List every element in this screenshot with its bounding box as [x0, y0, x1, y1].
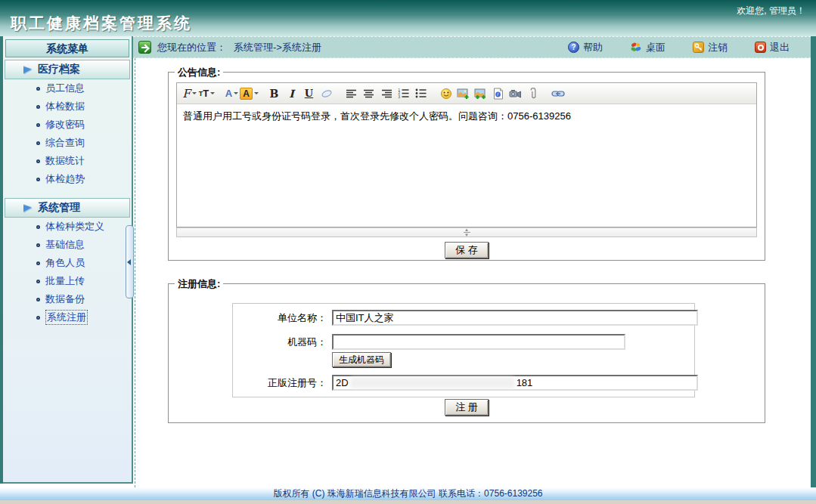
bullet-icon	[36, 298, 40, 301]
align-left-button[interactable]	[343, 85, 359, 101]
breadcrumb-label: 您现在的位置：	[157, 41, 226, 54]
align-center-button[interactable]	[361, 85, 377, 101]
align-right-icon	[381, 89, 392, 98]
location-arrow-icon	[138, 41, 151, 54]
align-right-button[interactable]	[378, 85, 394, 101]
sidebar-item-data-backup[interactable]: 数据备份	[3, 290, 132, 308]
machine-code-label: 机器码：	[236, 334, 327, 350]
sidebar-item-label: 批量上传	[45, 274, 85, 288]
notice-legend: 公告信息:	[175, 66, 223, 79]
sidebar-group-label: 医疗档案	[38, 63, 80, 76]
register-button[interactable]: 注 册	[445, 399, 489, 416]
serial-number-input[interactable]: 2D 181	[332, 375, 698, 391]
page: { "app": { "title": "职工健康档案管理系统", "welco…	[0, 0, 816, 504]
attachment-button[interactable]	[525, 85, 541, 101]
sidebar-item-label: 基础信息	[45, 238, 85, 252]
font-size-button[interactable]: TT	[199, 85, 215, 101]
notice-content[interactable]: 普通用户用工号或身份证号码登录，首次登录先修改个人密码。问题咨询：0756-61…	[177, 104, 756, 128]
arrow-right-icon	[23, 203, 32, 212]
rich-text-editor: F TT A A B I U	[176, 82, 757, 227]
right-edge-strip	[811, 36, 816, 487]
key-icon	[693, 42, 704, 53]
sidebar-item-batch-upload[interactable]: 批量上传	[3, 272, 132, 290]
unordered-list-icon	[415, 88, 427, 98]
exit-button[interactable]: 退出	[755, 41, 790, 54]
bullet-icon	[36, 261, 40, 265]
sidebar-collapse-handle[interactable]	[126, 225, 134, 298]
help-button[interactable]: 帮助	[568, 41, 603, 54]
sidebar-item-change-password[interactable]: 修改密码	[3, 116, 132, 134]
bullet-icon	[36, 123, 40, 127]
hyperlink-icon	[551, 90, 565, 97]
sidebar-item-checkup-data[interactable]: 体检数据	[3, 97, 132, 116]
welcome-text: 欢迎您, 管理员！	[737, 5, 805, 17]
emoticon-icon	[440, 88, 452, 100]
sidebar-item-system-registration[interactable]: 系统注册	[3, 308, 132, 326]
desktop-button[interactable]: 桌面	[630, 41, 666, 54]
insert-video-button[interactable]	[507, 85, 523, 101]
bullet-icon	[36, 225, 40, 229]
breadcrumb: 您现在的位置： 系统管理->系统注册	[157, 41, 321, 54]
sidebar-item-label: 体检趋势	[45, 172, 85, 186]
app-header: 职工健康档案管理系统 欢迎您, 管理员！	[0, 0, 816, 36]
bullet-icon	[36, 178, 40, 181]
italic-icon: I	[289, 88, 294, 100]
bullet-icon	[36, 280, 40, 283]
sidebar-group-medical-records[interactable]: 医疗档案	[5, 60, 130, 79]
editor-toolbar: F TT A A B I U	[177, 83, 756, 104]
emoticon-button[interactable]	[438, 85, 454, 101]
insert-flash-button[interactable]: f	[490, 85, 506, 101]
bullet-icon	[36, 141, 40, 145]
sidebar-item-basic-info[interactable]: 基础信息	[3, 236, 132, 254]
highlight-color-button[interactable]: A	[241, 85, 257, 101]
serial-redacted-area	[350, 377, 515, 388]
copyright-text: 版权所有 (C) 珠海新瑞信息科技有限公司 联系电话：0756-6139256	[273, 487, 542, 500]
exit-icon	[755, 42, 766, 53]
serial-prefix: 2D	[336, 377, 349, 388]
register-panel: 单位名称： 机器码： 生成机器码 正版注册号： 2D 181	[232, 303, 695, 397]
italic-button[interactable]: I	[284, 85, 299, 101]
sidebar-item-data-statistics[interactable]: 数据统计	[3, 152, 132, 170]
bullet-icon	[36, 87, 40, 91]
sidebar-item-employee-info[interactable]: 员工信息	[3, 79, 132, 97]
sidebar-item-label: 体检种类定义	[45, 220, 104, 233]
sidebar-item-label: 角色人员	[45, 256, 85, 270]
logout-button[interactable]: 注销	[693, 41, 728, 54]
eraser-button[interactable]	[318, 85, 334, 101]
insert-multi-image-button[interactable]	[473, 85, 489, 101]
sidebar-item-comprehensive-query[interactable]: 综合查询	[3, 134, 132, 152]
insert-image-button[interactable]	[455, 85, 471, 101]
insert-multi-image-icon	[474, 88, 487, 100]
sidebar-item-checkup-trend[interactable]: 体检趋势	[3, 170, 132, 188]
sidebar-item-label: 修改密码	[45, 118, 85, 131]
sidebar-item-checkup-type-definition[interactable]: 体检种类定义	[3, 218, 132, 236]
page-title: 职工健康档案管理系统	[11, 13, 192, 34]
footer-bottom-strip	[0, 500, 816, 504]
hyperlink-button[interactable]	[550, 85, 566, 101]
underline-button[interactable]: U	[301, 85, 317, 101]
generate-machine-code-button[interactable]: 生成机器码	[332, 352, 391, 367]
ordered-list-button[interactable]: 1 2 3	[396, 85, 411, 101]
unit-name-input[interactable]	[332, 310, 698, 326]
notice-fieldset: 公告信息: F TT A A B I U	[168, 72, 765, 261]
sidebar: 系统菜单 医疗档案 员工信息 体检数据 修改密码 综合查询 数据统计 体检趋势 …	[3, 36, 133, 484]
help-label: 帮助	[583, 41, 603, 54]
insert-flash-icon: f	[492, 88, 504, 100]
serial-number-label: 正版注册号：	[236, 375, 327, 391]
sidebar-item-label: 系统注册	[45, 310, 88, 325]
sidebar-item-role-personnel[interactable]: 角色人员	[3, 254, 132, 272]
resize-grip-icon: ▲▼	[464, 228, 470, 237]
bullet-icon	[36, 105, 40, 109]
help-icon	[568, 42, 579, 53]
save-button[interactable]: 保 存	[445, 242, 489, 258]
bullet-icon	[36, 316, 40, 320]
arrow-right-icon	[23, 65, 32, 73]
machine-code-input[interactable]	[332, 334, 625, 350]
font-family-button[interactable]: F	[182, 85, 197, 101]
sidebar-group-system-management[interactable]: 系统管理	[5, 198, 130, 218]
unordered-list-button[interactable]	[413, 85, 429, 101]
editor-resize-handle[interactable]: ▲▼	[176, 227, 757, 237]
sidebar-item-label: 数据统计	[45, 154, 85, 168]
font-color-button[interactable]: A	[224, 85, 240, 101]
bold-button[interactable]: B	[266, 85, 282, 101]
